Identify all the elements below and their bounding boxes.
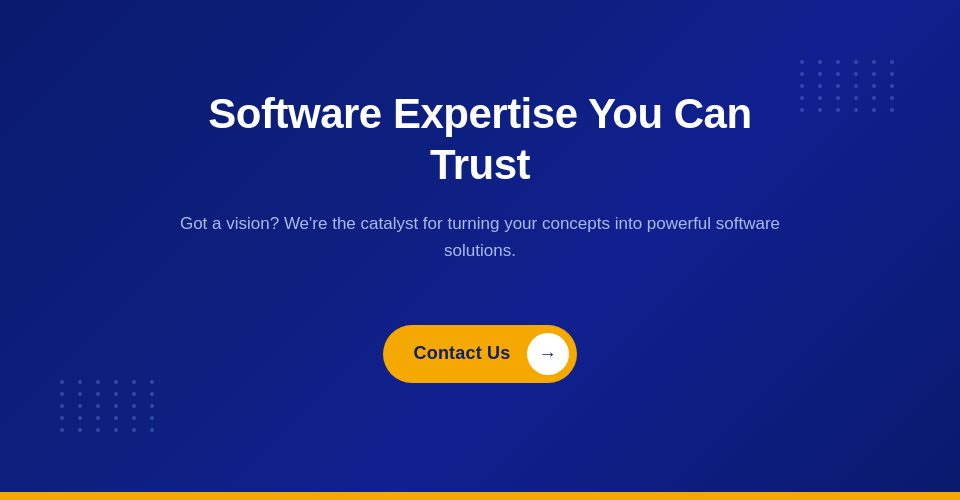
page-wrapper: Software Expertise You Can Trust Got a v…	[0, 0, 960, 500]
contact-us-button[interactable]: Contact Us →	[383, 325, 576, 383]
hero-title: Software Expertise You Can Trust	[160, 89, 800, 190]
hero-section: Software Expertise You Can Trust Got a v…	[0, 0, 960, 492]
hero-subtitle: Got a vision? We're the catalyst for tur…	[160, 210, 800, 264]
dots-bottom-left	[60, 380, 160, 432]
hero-content: Software Expertise You Can Trust Got a v…	[120, 89, 840, 382]
cta-label: Contact Us	[413, 343, 526, 364]
arrow-circle: →	[527, 333, 569, 375]
arrow-icon: →	[539, 345, 557, 363]
bottom-bar	[0, 492, 960, 500]
